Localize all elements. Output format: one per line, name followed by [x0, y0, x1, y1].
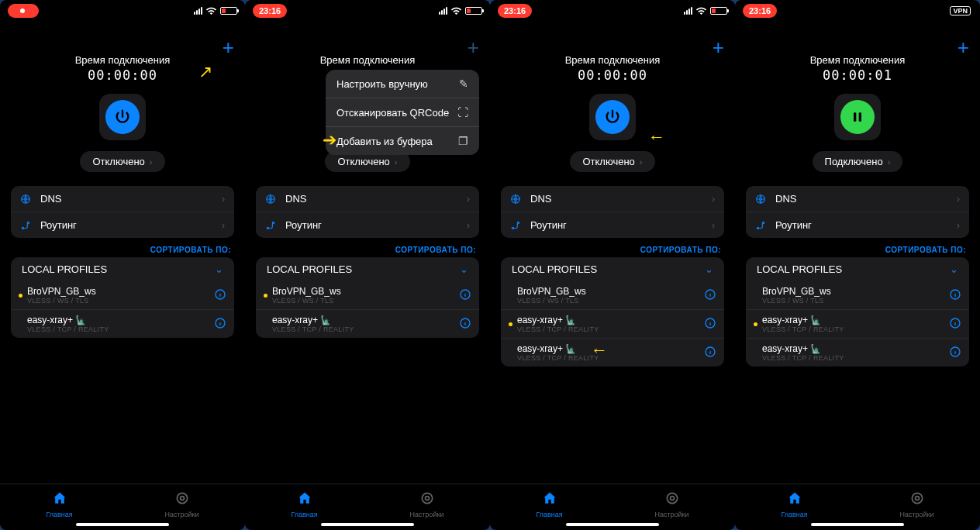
- chevron-right-icon: ›: [888, 157, 891, 167]
- cellular-icon: [194, 7, 202, 15]
- profile-list: BroVPN_GB_wsVLESS / WS / TLSeasy-xray+ 🗽…: [11, 281, 234, 338]
- power-button[interactable]: [589, 94, 636, 140]
- add-button[interactable]: +: [713, 36, 724, 60]
- profile-row[interactable]: BroVPN_GB_wsVLESS / WS / TLS: [501, 281, 724, 309]
- settings-list: DNS›Роутинг›: [501, 186, 724, 238]
- profile-row[interactable]: easy-xray+ 🗽VLESS / TCP / REALITY: [256, 309, 479, 338]
- connection-status-pill[interactable]: Отключено›: [80, 151, 164, 172]
- time-pill: 23:16: [743, 4, 777, 18]
- tab-settings[interactable]: Настройки: [654, 490, 688, 518]
- info-icon[interactable]: [704, 346, 716, 360]
- info-icon[interactable]: [214, 288, 226, 303]
- connection-status-pill[interactable]: Отключено›: [570, 151, 654, 172]
- connection-block: Время подключения00:00:00Отключено›: [501, 22, 724, 172]
- profile-row[interactable]: easy-xray+ 🗽VLESS / TCP / REALITY: [746, 338, 969, 367]
- connection-status-pill[interactable]: Подключено›: [813, 151, 903, 172]
- menu-item[interactable]: Настроить вручную✎: [326, 70, 479, 98]
- profile-row[interactable]: easy-xray+ 🗽VLESS / TCP / REALITY: [11, 309, 234, 338]
- chevron-right-icon: ›: [957, 220, 960, 231]
- tab-home[interactable]: Главная: [781, 490, 807, 518]
- profile-name: easy-xray+ 🗽: [272, 315, 354, 325]
- phone-screen: +Время подключения00:00:00Отключено›↗DNS…: [0, 0, 245, 530]
- profile-row[interactable]: easy-xray+ 🗽VLESS / TCP / REALITY: [746, 309, 969, 338]
- menu-item-label: Настроить вручную: [336, 78, 428, 90]
- sort-button[interactable]: СОРТИРОВАТЬ ПО:: [245, 238, 490, 257]
- sort-button[interactable]: СОРТИРОВАТЬ ПО:: [735, 238, 980, 257]
- dns-row[interactable]: DNS›: [501, 186, 724, 212]
- dns-row[interactable]: DNS›: [11, 186, 234, 212]
- svg-point-21: [670, 497, 674, 501]
- sort-button[interactable]: СОРТИРОВАТЬ ПО:: [0, 238, 245, 257]
- dns-row[interactable]: DNS›: [256, 186, 479, 212]
- globe-icon: [20, 194, 33, 205]
- profile-list: BroVPN_GB_wsVLESS / WS / TLSeasy-xray+ 🗽…: [746, 281, 969, 367]
- dns-row[interactable]: DNS›: [746, 186, 969, 212]
- battery-icon: [220, 7, 237, 15]
- add-button[interactable]: +: [223, 36, 234, 60]
- profile-row[interactable]: BroVPN_GB_wsVLESS / WS / TLS: [746, 281, 969, 309]
- home-icon: [787, 490, 802, 510]
- profile-row[interactable]: easy-xray+ 🗽VLESS / TCP / REALITY: [501, 338, 724, 367]
- gear-icon: [419, 490, 435, 510]
- tab-home[interactable]: Главная: [291, 490, 317, 518]
- tab-settings[interactable]: Настройки: [164, 490, 198, 518]
- routing-row[interactable]: Роутинг›: [746, 212, 969, 238]
- power-button[interactable]: [99, 94, 146, 140]
- profiles-header[interactable]: LOCAL PROFILES⌄: [11, 257, 234, 281]
- cellular-icon: [439, 7, 447, 15]
- menu-item[interactable]: Отсканировать QRCode⛶: [326, 98, 479, 126]
- svg-point-13: [425, 497, 429, 501]
- connection-label: Время подключения: [256, 54, 479, 66]
- profile-protocol: VLESS / TCP / REALITY: [762, 354, 844, 362]
- profiles-header[interactable]: LOCAL PROFILES⌄: [746, 257, 969, 281]
- info-icon[interactable]: [459, 317, 471, 332]
- tab-settings[interactable]: Настройки: [409, 490, 443, 518]
- profile-name: BroVPN_GB_ws: [27, 286, 96, 297]
- info-icon[interactable]: [949, 317, 961, 332]
- menu-item[interactable]: Добавить из буфера❐: [326, 126, 479, 155]
- routing-row[interactable]: Роутинг›: [501, 212, 724, 238]
- info-icon[interactable]: [459, 288, 471, 303]
- profiles-header[interactable]: LOCAL PROFILES⌄: [501, 257, 724, 281]
- sort-button[interactable]: СОРТИРОВАТЬ ПО:: [490, 238, 735, 257]
- chevron-right-icon: ›: [712, 220, 715, 231]
- profile-protocol: VLESS / WS / TLS: [27, 297, 96, 305]
- menu-item-label: Добавить из буфера: [336, 136, 433, 147]
- info-icon[interactable]: [704, 288, 716, 303]
- home-indicator[interactable]: [811, 523, 904, 526]
- profile-row[interactable]: BroVPN_GB_wsVLESS / WS / TLS: [256, 281, 479, 309]
- tab-home[interactable]: Главная: [46, 490, 72, 518]
- info-icon[interactable]: [214, 317, 226, 332]
- add-button[interactable]: +: [958, 36, 969, 60]
- home-indicator[interactable]: [321, 523, 414, 526]
- profiles-header-label: LOCAL PROFILES: [267, 263, 352, 275]
- tab-home[interactable]: Главная: [536, 490, 562, 518]
- tab-settings-label: Настройки: [409, 511, 443, 518]
- info-icon[interactable]: [704, 317, 716, 332]
- add-button[interactable]: +: [468, 36, 479, 60]
- connection-label: Время подключения: [501, 54, 724, 66]
- svg-point-12: [422, 493, 432, 503]
- info-icon[interactable]: [949, 288, 961, 303]
- recording-pill[interactable]: [8, 4, 39, 18]
- status-bar: 23:16: [245, 0, 490, 22]
- time-pill: 23:16: [498, 4, 532, 18]
- profile-row[interactable]: BroVPN_GB_wsVLESS / WS / TLS: [11, 281, 234, 309]
- profile-list: BroVPN_GB_wsVLESS / WS / TLSeasy-xray+ 🗽…: [256, 281, 479, 338]
- connection-status-text: Отключено: [92, 156, 144, 167]
- info-icon[interactable]: [949, 346, 961, 360]
- home-indicator[interactable]: [566, 523, 659, 526]
- profiles-header[interactable]: LOCAL PROFILES⌄: [256, 257, 479, 281]
- tab-settings[interactable]: Настройки: [899, 490, 933, 518]
- active-dot: [19, 294, 22, 298]
- profile-row[interactable]: easy-xray+ 🗽VLESS / TCP / REALITY: [501, 309, 724, 338]
- routing-row[interactable]: Роутинг›: [11, 212, 234, 238]
- home-indicator[interactable]: [76, 523, 169, 526]
- routing-row[interactable]: Роутинг›: [256, 212, 479, 238]
- tab-bar: ГлавнаяНастройки: [735, 484, 980, 521]
- power-button[interactable]: [834, 94, 881, 140]
- active-dot: [509, 322, 512, 326]
- route-icon: [755, 220, 768, 231]
- battery-icon: [710, 7, 727, 15]
- profile-protocol: VLESS / TCP / REALITY: [272, 325, 354, 333]
